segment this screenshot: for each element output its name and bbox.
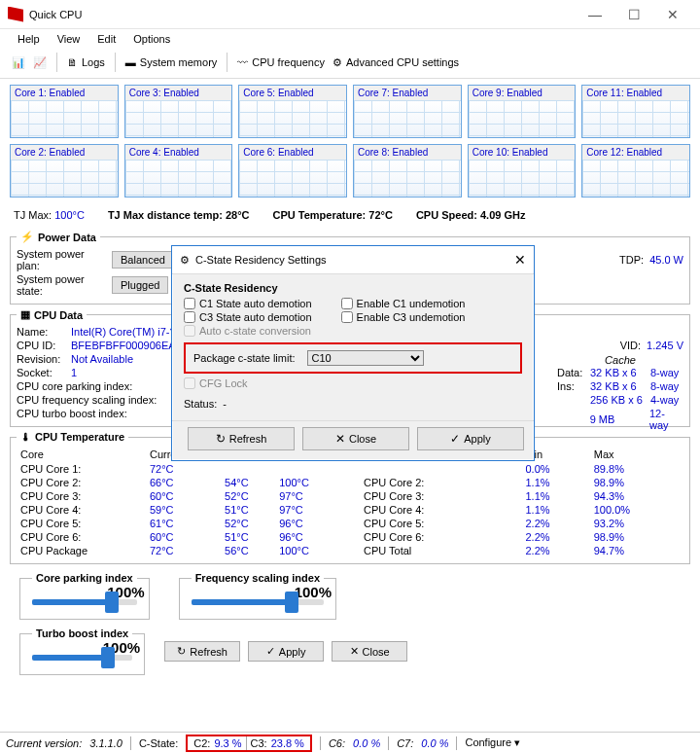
cb-c3-undemotion[interactable]: Enable C3 undemotion <box>341 311 466 323</box>
core-tile[interactable]: Core 5: Enabled <box>238 85 347 138</box>
modal-close-icon[interactable]: ✕ <box>514 252 526 268</box>
info-line: TJ Max: 100°C TJ Max distance temp: 28°C… <box>0 203 700 227</box>
cb-auto-convert: Auto c-state conversion <box>184 325 522 337</box>
package-limit-highlight: Package c-state limit: C10 <box>184 342 522 374</box>
turbo-slider: Turbo boost index 100% <box>19 628 145 675</box>
modal-apply[interactable]: ✓Apply <box>417 427 524 450</box>
scale-thumb[interactable] <box>285 592 298 613</box>
chart1-icon[interactable]: 📊 <box>12 56 25 69</box>
app-icon <box>8 7 23 22</box>
gear-icon: ⚙ <box>180 254 190 267</box>
menu-view[interactable]: View <box>57 33 81 45</box>
freq-scaling-slider: Frequency scaling index 100% <box>179 572 336 620</box>
freq-button[interactable]: 〰 CPU frequency <box>237 56 325 68</box>
chart2-icon[interactable]: 📈 <box>33 56 47 69</box>
menu-edit[interactable]: Edit <box>97 33 116 45</box>
core-parking-slider: Core parking index 100% <box>19 572 150 620</box>
cstate-highlight: C2:9.3 % C3:23.8 % <box>186 735 312 752</box>
adv-button[interactable]: ⚙ Advanced CPU settings <box>332 56 459 69</box>
refresh-button[interactable]: ↻ Refresh <box>164 641 240 662</box>
menu-options[interactable]: Options <box>133 33 170 45</box>
modal-close[interactable]: ✕Close <box>302 427 409 450</box>
menu-help[interactable]: Help <box>18 33 40 45</box>
menubar: Help View Edit Options <box>0 29 700 51</box>
turbo-thumb[interactable] <box>101 647 115 668</box>
core-tile[interactable]: Core 10: Enabled <box>468 144 577 197</box>
status-bar: Current version:3.1.1.0 C-State: C2:9.3 … <box>0 732 700 753</box>
apply-button[interactable]: ✓ Apply <box>248 641 324 662</box>
cb-c1-demotion[interactable]: C1 State auto demotion <box>184 298 312 309</box>
maximize-button[interactable]: ☐ <box>614 7 653 22</box>
power-state[interactable]: Plugged <box>112 276 168 294</box>
core-tile[interactable]: Core 12: Enabled <box>581 144 690 197</box>
close-main-button[interactable]: ✕ Close <box>332 641 407 662</box>
logs-button[interactable]: 🗎 Logs <box>67 56 105 68</box>
toolbar: 📊 📈 🗎 Logs ▬ System memory 〰 CPU frequen… <box>0 51 700 79</box>
core-tile[interactable]: Core 9: Enabled <box>468 85 577 138</box>
minimize-button[interactable]: — <box>576 7 614 22</box>
core-tile[interactable]: Core 3: Enabled <box>124 85 233 138</box>
park-thumb[interactable] <box>105 592 119 613</box>
package-limit-select[interactable]: C10 <box>307 350 424 366</box>
memory-button[interactable]: ▬ System memory <box>125 56 217 68</box>
core-tile[interactable]: Core 7: Enabled <box>353 85 462 138</box>
core-tile[interactable]: Core 6: Enabled <box>238 144 347 197</box>
modal-title: C-State Residency Settings <box>195 254 327 266</box>
window-title: Quick CPU <box>29 9 576 20</box>
power-plan[interactable]: Balanced <box>112 251 174 269</box>
core-grid: Core 1: EnabledCore 3: EnabledCore 5: En… <box>0 79 700 203</box>
core-tile[interactable]: Core 11: Enabled <box>581 85 690 138</box>
close-button[interactable]: ✕ <box>653 7 692 22</box>
configure-button[interactable]: Configure ▾ <box>465 736 520 749</box>
cb-cfg-lock: CFG Lock <box>184 377 522 389</box>
core-tile[interactable]: Core 1: Enabled <box>10 85 119 138</box>
core-tile[interactable]: Core 4: Enabled <box>124 144 233 197</box>
cb-c1-undemotion[interactable]: Enable C1 undemotion <box>341 298 466 309</box>
titlebar: Quick CPU — ☐ ✕ <box>0 0 700 29</box>
cb-c3-demotion[interactable]: C3 State auto demotion <box>184 311 312 323</box>
modal-refresh[interactable]: ↻Refresh <box>188 427 295 450</box>
core-tile[interactable]: Core 8: Enabled <box>353 144 462 197</box>
core-tile[interactable]: Core 2: Enabled <box>10 144 119 197</box>
cstate-modal: ⚙ C-State Residency Settings ✕ C-State R… <box>171 245 535 461</box>
